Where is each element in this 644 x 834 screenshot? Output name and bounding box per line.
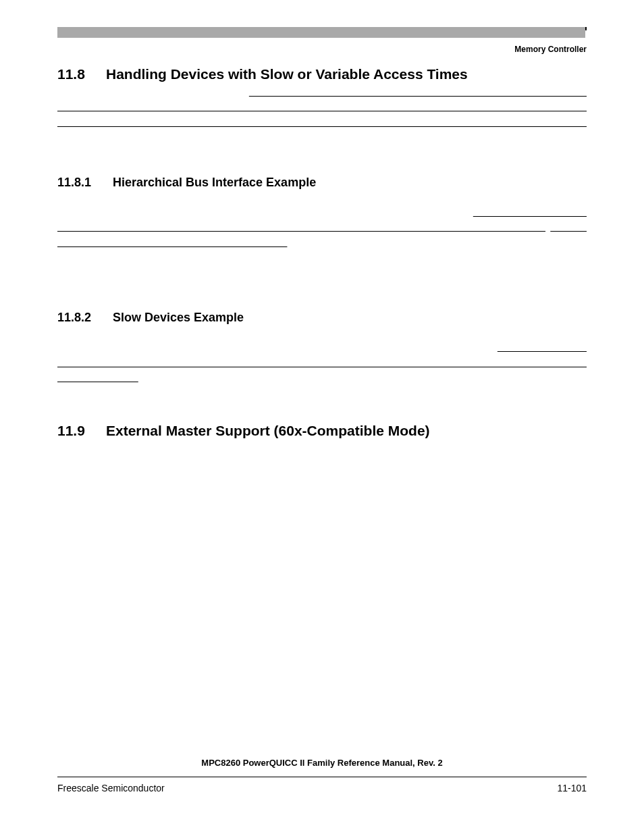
footer-rule bbox=[57, 777, 587, 777]
heading-number: 11.8.1 bbox=[57, 176, 113, 190]
heading-number: 11.8.2 bbox=[57, 311, 113, 325]
running-head: Memory Controller bbox=[57, 45, 587, 54]
header-rule-grey bbox=[57, 27, 585, 38]
heading-number: 11.8 bbox=[57, 66, 106, 82]
heading-11-8-2: 11.8.2 Slow Devices Example bbox=[57, 311, 587, 325]
body-11-8: The memory controller supports internal … bbox=[57, 95, 587, 155]
heading-title: External Master Support (60x-Compatible … bbox=[106, 423, 430, 439]
footer-left: Freescale Semiconductor bbox=[57, 783, 165, 793]
heading-11-9: 11.9 External Master Support (60x-Compat… bbox=[57, 423, 587, 439]
footer-page-number: 11-101 bbox=[557, 783, 587, 793]
body-11-8-2: Some devices take longer to respond than… bbox=[57, 335, 587, 396]
body-11-9: In 60x-compatible mode, the MPC8260 memo… bbox=[57, 451, 587, 512]
heading-number: 11.9 bbox=[57, 423, 106, 439]
body-11-8-1: When the MPC8260 60x bus is used at the … bbox=[57, 199, 587, 290]
heading-title: Handling Devices with Slow or Variable A… bbox=[106, 66, 468, 82]
header-rule bbox=[57, 27, 587, 38]
heading-11-8: 11.8 Handling Devices with Slow or Varia… bbox=[57, 66, 587, 82]
footer-title: MPC8260 PowerQUICC II Family Reference M… bbox=[0, 758, 644, 768]
page: Memory Controller 11.8 Handling Devices … bbox=[0, 0, 644, 834]
heading-11-8-1: 11.8.1 Hierarchical Bus Interface Exampl… bbox=[57, 176, 587, 190]
heading-title: Slow Devices Example bbox=[113, 311, 244, 325]
heading-title: Hierarchical Bus Interface Example bbox=[113, 176, 316, 190]
